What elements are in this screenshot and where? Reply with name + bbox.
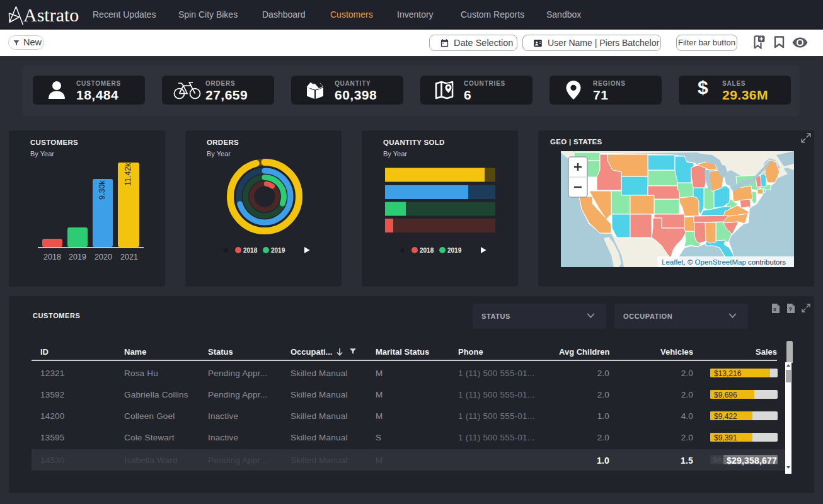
svg-text:2019: 2019 xyxy=(271,247,285,254)
svg-text:9.30k: 9.30k xyxy=(98,180,106,200)
svg-text:2018: 2018 xyxy=(420,247,434,254)
svg-text:Leaflet, © OpenStreetMap contr: Leaflet, © OpenStreetMap contributors xyxy=(662,258,786,266)
svg-text:2021: 2021 xyxy=(120,253,138,261)
svg-text:2018: 2018 xyxy=(43,253,61,261)
svg-text:2020: 2020 xyxy=(95,253,112,261)
svg-text:2019: 2019 xyxy=(447,247,462,254)
svg-text:2018: 2018 xyxy=(243,247,258,254)
svg-text:?: ? xyxy=(789,306,793,312)
svg-text:x: x xyxy=(773,306,776,312)
svg-text:2019: 2019 xyxy=(69,253,86,261)
svg-text:11.42k: 11.42k xyxy=(124,163,132,186)
